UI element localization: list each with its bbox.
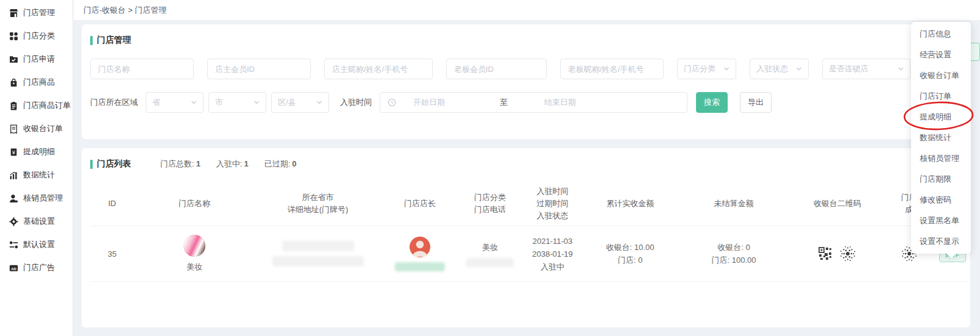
menu-item-business-settings[interactable]: 经营设置 bbox=[911, 45, 971, 65]
breadcrumb-bar: 门店-收银台 > 门店管理 bbox=[74, 0, 980, 20]
store-list-card: 门店列表 门店总数:1 入驻中:1 已过期:0 ID 门店名称 所在省市详细地址… bbox=[82, 148, 970, 327]
cell-unsettled-amount: 收银台: 0 门店: 100.00 bbox=[676, 241, 792, 266]
stat-total: 门店总数:1 bbox=[160, 159, 201, 170]
entry-time-range-picker[interactable]: 开始日期 至 结束日期 bbox=[380, 92, 687, 113]
menu-item-change-password[interactable]: 修改密码 bbox=[911, 190, 971, 210]
district-select[interactable]: 区/县 bbox=[271, 92, 329, 113]
menu-item-commission-detail[interactable]: 提成明细 bbox=[911, 107, 971, 127]
round-qr-code-icon[interactable] bbox=[839, 245, 856, 262]
sidebar-item-store-apply[interactable]: 门店申请 bbox=[0, 48, 73, 71]
sidebar-item-store-manage[interactable]: 门店管理 bbox=[0, 1, 73, 24]
col-header-received-amount: 累计实收金额 bbox=[584, 198, 676, 210]
col-header-cashier-qrcode: 收银台二维码 bbox=[792, 198, 883, 210]
unsettled-store: 门店: 100.00 bbox=[711, 254, 756, 266]
square-qr-code-icon[interactable] bbox=[818, 247, 832, 260]
select-value: 省 bbox=[152, 97, 160, 108]
chevron-down-icon bbox=[723, 66, 730, 72]
blurred-phone bbox=[466, 258, 514, 267]
clipboard-icon bbox=[9, 101, 18, 110]
sidebar-item-label: 门店商品 bbox=[23, 77, 55, 88]
start-date-placeholder: 开始日期 bbox=[413, 97, 445, 108]
sidebar-item-label: 默认设置 bbox=[23, 239, 55, 250]
list-card-title: 门店列表 bbox=[97, 159, 131, 170]
sidebar-item-label: 门店广告 bbox=[23, 262, 55, 273]
store-name-input[interactable] bbox=[90, 59, 194, 79]
sidebar-item-cashier-orders[interactable]: 收银台订单 bbox=[0, 117, 73, 140]
col-header-address: 所在省市详细地址(门牌号) bbox=[255, 191, 380, 216]
menu-item-set-hidden[interactable]: 设置不显示 bbox=[911, 231, 971, 252]
chevron-down-icon bbox=[898, 66, 904, 72]
cell-manager bbox=[380, 237, 460, 271]
unsettled-cashier: 收银台: 0 bbox=[717, 241, 750, 254]
received-cashier: 收银台: 10.00 bbox=[606, 241, 655, 254]
sidebar-item-store-category[interactable]: 门店分类 bbox=[0, 24, 73, 48]
sidebar-item-store-ads[interactable]: AD 门店广告 bbox=[0, 256, 73, 279]
export-button[interactable]: 导出 bbox=[740, 92, 772, 113]
province-select[interactable]: 省 bbox=[146, 92, 204, 113]
entry-status-select[interactable]: 入驻状态 bbox=[750, 59, 809, 79]
sidebar-item-label: 门店申请 bbox=[23, 54, 55, 65]
sidebar-item-label: 基础设置 bbox=[23, 216, 55, 227]
receipt-icon bbox=[9, 124, 18, 134]
sidebar-item-data-stats[interactable]: 数据统计 bbox=[0, 163, 73, 187]
title-accent-bar bbox=[90, 160, 93, 169]
sidebar-item-label: 门店管理 bbox=[23, 7, 55, 18]
filter-row-1: 门店分类 入驻状态 是否连锁店 bbox=[90, 59, 970, 79]
bar-chart-icon bbox=[9, 171, 18, 180]
sidebar-item-basic-settings[interactable]: 基础设置 bbox=[0, 210, 73, 233]
entry-time-text: 2021-11-03 bbox=[533, 235, 573, 248]
menu-item-cashier-orders[interactable]: 收银台订单 bbox=[911, 65, 971, 86]
svg-text:AD: AD bbox=[11, 266, 16, 270]
sidebar-item-default-settings[interactable]: 默认设置 bbox=[0, 233, 73, 256]
sidebar-item-label: 提成明细 bbox=[23, 146, 55, 157]
title-accent-bar bbox=[90, 36, 93, 45]
cell-entry-time: 2021-11-03 2038-01-19 入驻中 bbox=[520, 235, 584, 273]
boss-member-id-input[interactable] bbox=[446, 59, 547, 79]
is-chain-select[interactable]: 是否连锁店 bbox=[822, 59, 911, 79]
received-store: 门店: 0 bbox=[618, 254, 642, 266]
sidebar-item-store-goods[interactable]: 门店商品 bbox=[0, 71, 73, 94]
menu-item-store-orders[interactable]: 门店订单 bbox=[911, 86, 971, 107]
store-category-select[interactable]: 门店分类 bbox=[677, 59, 736, 79]
stat-active: 入驻中:1 bbox=[216, 159, 249, 170]
entry-status-text: 入驻中 bbox=[541, 260, 564, 273]
city-select[interactable]: 市 bbox=[208, 92, 266, 113]
gear-icon bbox=[9, 217, 18, 226]
select-value: 区/县 bbox=[278, 97, 296, 108]
store-avatar bbox=[183, 235, 205, 257]
sidebar-item-label: 门店商品订单 bbox=[23, 100, 71, 111]
menu-item-store-info[interactable]: 门店信息 bbox=[911, 24, 971, 45]
sidebar-item-verifier-manage[interactable]: 核销员管理 bbox=[0, 187, 73, 210]
menu-item-data-stats[interactable]: 数据统计 bbox=[911, 127, 971, 148]
table-header: ID 门店名称 所在省市详细地址(门牌号) 门店店长 门店分类门店电话 入驻时间… bbox=[91, 182, 970, 226]
col-header-id: ID bbox=[91, 198, 133, 210]
action-dropdown-menu: 门店信息 经营设置 收银台订单 门店订单 提成明细 数据统计 核销员管理 门店期… bbox=[911, 22, 971, 254]
commission-icon: ¥ bbox=[9, 148, 18, 157]
cell-received-amount: 收银台: 10.00 门店: 0 bbox=[584, 241, 676, 266]
manager-avatar bbox=[410, 237, 430, 257]
chevron-down-icon bbox=[191, 99, 197, 105]
boss-contact-input[interactable] bbox=[560, 59, 664, 79]
cell-id: 35 bbox=[91, 248, 133, 260]
blurred-address-line bbox=[272, 256, 364, 266]
end-date-placeholder: 结束日期 bbox=[544, 97, 576, 108]
filter-row-2: 门店所在区域 省 市 区/县 入驻时间 开始日期 至 结束日期 搜索 导出 bbox=[90, 92, 970, 113]
sidebar-item-commission-detail[interactable]: ¥ 提成明细 bbox=[0, 140, 73, 163]
owner-contact-input[interactable] bbox=[324, 59, 433, 79]
grid-icon bbox=[9, 32, 18, 41]
cell-store-name: 美妆 bbox=[133, 235, 255, 273]
menu-item-set-blacklist[interactable]: 设置黑名单 bbox=[911, 210, 971, 231]
shopping-bag-icon bbox=[9, 78, 18, 87]
search-button[interactable]: 搜索 bbox=[696, 92, 728, 113]
expire-time-text: 2038-01-19 bbox=[532, 248, 573, 260]
blurred-manager-name bbox=[395, 262, 445, 271]
sliders-icon bbox=[9, 240, 18, 249]
owner-member-id-input[interactable] bbox=[207, 59, 311, 79]
select-value: 门店分类 bbox=[684, 63, 715, 74]
menu-item-verifier-manage[interactable]: 核销员管理 bbox=[911, 148, 971, 169]
sidebar-item-store-goods-orders[interactable]: 门店商品订单 bbox=[0, 94, 73, 117]
menu-item-store-term[interactable]: 门店期限 bbox=[911, 169, 971, 190]
sidebar-item-label: 门店分类 bbox=[23, 30, 55, 41]
date-separator: 至 bbox=[500, 97, 508, 108]
col-header-unsettled-amount: 未结算金额 bbox=[676, 198, 792, 210]
